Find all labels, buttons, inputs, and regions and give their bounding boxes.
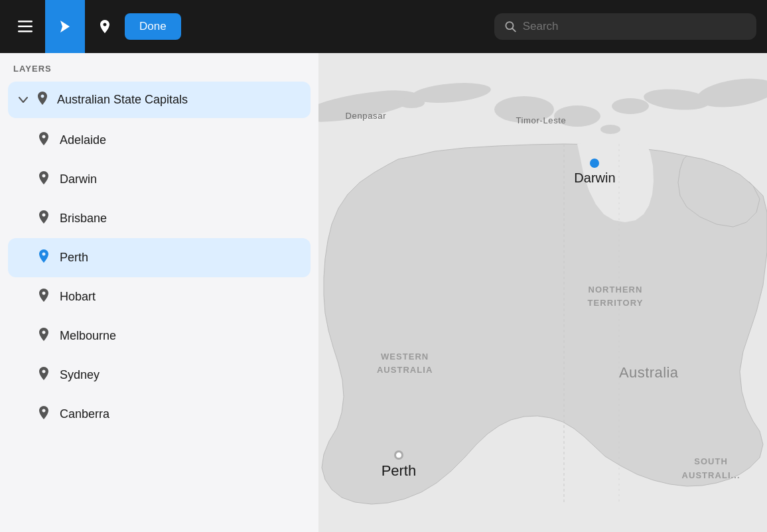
layers-label: LAYERS xyxy=(0,64,318,82)
location-icon xyxy=(37,210,50,228)
location-icon xyxy=(37,366,50,384)
city-item-melbourne[interactable]: Melbourne xyxy=(8,316,311,356)
map-area: Denpasar Timor-Leste NORTHERNTERRITORY W… xyxy=(318,53,767,532)
city-name: Darwin xyxy=(60,172,97,186)
main-content: LAYERS Australian State Capitals xyxy=(0,53,767,532)
chevron-down-icon xyxy=(19,95,28,105)
city-name: Brisbane xyxy=(60,212,107,226)
search-input[interactable] xyxy=(523,20,746,33)
location-icon xyxy=(37,131,50,149)
city-name: Hobart xyxy=(60,290,96,304)
city-item-hobart[interactable]: Hobart xyxy=(8,277,311,316)
layer-group-label: Australian State Capitals xyxy=(57,93,188,107)
city-item-sydney[interactable]: Sydney xyxy=(8,356,311,395)
svg-point-13 xyxy=(398,98,425,108)
city-name: Melbourne xyxy=(60,329,116,343)
header: Done xyxy=(0,0,767,53)
search-bar[interactable] xyxy=(494,13,756,40)
sidebar: LAYERS Australian State Capitals xyxy=(0,53,318,532)
map-svg xyxy=(318,53,767,532)
navigation-button[interactable] xyxy=(45,0,85,53)
city-item-brisbane[interactable]: Brisbane xyxy=(8,199,311,238)
svg-rect-2 xyxy=(18,31,33,33)
menu-button[interactable] xyxy=(11,12,40,41)
svg-line-4 xyxy=(512,29,516,32)
city-name: Perth xyxy=(60,251,88,265)
search-icon xyxy=(505,21,516,33)
svg-rect-1 xyxy=(18,26,33,28)
city-name: Sydney xyxy=(60,368,100,382)
city-item-canberra[interactable]: Canberra xyxy=(8,395,311,434)
svg-point-8 xyxy=(494,96,554,123)
location-icon xyxy=(37,170,50,188)
city-item-perth[interactable]: Perth xyxy=(8,238,311,277)
svg-point-9 xyxy=(554,105,600,127)
location-icon xyxy=(37,288,50,306)
location-icon xyxy=(37,327,50,345)
svg-rect-0 xyxy=(18,21,33,23)
city-item-adelaide[interactable]: Adelaide xyxy=(8,121,311,160)
svg-point-14 xyxy=(600,125,620,134)
location-icon xyxy=(37,405,50,423)
layer-group[interactable]: Australian State Capitals xyxy=(8,82,311,118)
city-list: Adelaide Darwin Brisbane Perth xyxy=(0,121,318,434)
city-name: Canberra xyxy=(60,407,109,421)
location-icon xyxy=(37,249,50,267)
location-group-icon xyxy=(36,91,49,109)
location-button[interactable] xyxy=(90,12,119,41)
done-button[interactable]: Done xyxy=(125,13,181,40)
city-item-darwin[interactable]: Darwin xyxy=(8,160,311,199)
svg-point-10 xyxy=(612,98,649,114)
city-name: Adelaide xyxy=(60,133,106,147)
